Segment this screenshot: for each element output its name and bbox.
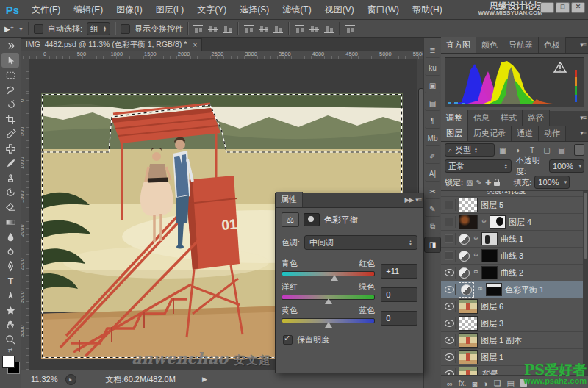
show-transform-checkbox[interactable] bbox=[121, 24, 130, 34]
visibility-toggle[interactable] bbox=[443, 284, 456, 295]
layers-scrollbar[interactable] bbox=[583, 191, 588, 375]
layers-group-tab-2[interactable]: 历史记录 bbox=[468, 126, 512, 141]
visibility-toggle[interactable] bbox=[443, 301, 456, 312]
visibility-toggle[interactable] bbox=[443, 317, 456, 329]
pen-tool[interactable] bbox=[1, 259, 19, 273]
align-bottom-edges-icon[interactable] bbox=[223, 25, 232, 33]
zoom-tool[interactable] bbox=[1, 332, 19, 347]
layer-row-图层 4[interactable]: 8图层 4 bbox=[441, 214, 588, 231]
mask-link-icon[interactable]: 8 bbox=[473, 236, 479, 242]
mini-bridge-icon[interactable]: Mb bbox=[425, 131, 440, 146]
slider-value-field[interactable]: +11 bbox=[381, 264, 417, 279]
pixel-filter-icon[interactable]: ▦ bbox=[498, 146, 508, 154]
clone-source-icon[interactable]: ✂ bbox=[425, 184, 440, 199]
adjustment-layer-icon[interactable] bbox=[459, 234, 470, 245]
smart-filter-icon[interactable]: ▤ bbox=[556, 146, 567, 154]
mask-link-icon[interactable]: 8 bbox=[477, 287, 484, 292]
auto-select-dropdown[interactable]: 组 ▲▼ bbox=[87, 22, 110, 35]
layer-row-曲线 2[interactable]: 8曲线 2 bbox=[441, 265, 588, 281]
align-right-edges-icon[interactable] bbox=[273, 25, 283, 33]
tool-presets-icon[interactable]: ✐ bbox=[425, 148, 440, 164]
layers-group-tab-4[interactable]: 动作 bbox=[539, 126, 566, 141]
layer-row-亮度/对比度[interactable]: 亮度/对比度 bbox=[441, 191, 588, 197]
paragraph-icon[interactable]: ¶ bbox=[425, 113, 440, 129]
menu-item-2[interactable]: 编辑(E) bbox=[67, 0, 110, 19]
distribute-bottom-icon[interactable] bbox=[324, 25, 334, 33]
notes-icon[interactable]: ▤ bbox=[425, 96, 440, 111]
properties-tab[interactable]: 属性 bbox=[276, 192, 303, 207]
healing-brush-tool[interactable] bbox=[1, 141, 19, 156]
layer-thumbnail[interactable] bbox=[459, 316, 478, 331]
lock-transparent-icon[interactable]: ▨ bbox=[466, 179, 473, 187]
foreground-color-swatch[interactable] bbox=[2, 356, 15, 368]
align-top-edges-icon[interactable] bbox=[193, 25, 203, 33]
eraser-tool[interactable] bbox=[1, 200, 19, 215]
menu-item-7[interactable]: 滤镜(T) bbox=[276, 0, 318, 19]
properties-icon[interactable]: ◨ bbox=[424, 237, 441, 253]
lock-all-icon[interactable] bbox=[494, 182, 500, 186]
status-circle-icon[interactable]: ▸ bbox=[65, 374, 76, 385]
menu-item-8[interactable]: 视图(V) bbox=[318, 0, 361, 19]
gradient-tool[interactable] bbox=[1, 215, 19, 229]
adjust-group-tab-4[interactable]: 路径 bbox=[523, 110, 550, 126]
layer-row-色彩平衡 1[interactable]: 8色彩平衡 1 bbox=[441, 281, 588, 298]
collapse-tool[interactable] bbox=[1, 38, 19, 53]
mask-target-icon[interactable] bbox=[304, 213, 320, 226]
slider-thumb[interactable] bbox=[325, 322, 332, 328]
panel-menu-icon[interactable]: ▾≡ bbox=[580, 114, 586, 121]
mask-link-icon[interactable]: 8 bbox=[473, 270, 479, 276]
layer-kind-dropdown[interactable]: ⌕ 类型 ▲▼ bbox=[445, 143, 495, 157]
close-button[interactable]: ✕ bbox=[571, 2, 585, 13]
panel-menu-icon[interactable]: ▾≡ bbox=[580, 41, 586, 48]
history-panel-icon[interactable]: ≣ bbox=[425, 43, 440, 58]
slider-track[interactable] bbox=[282, 318, 375, 323]
mask-link-icon[interactable]: 8 bbox=[473, 253, 479, 259]
zoom-level-field[interactable]: 11.32% bbox=[31, 375, 58, 384]
document-tab[interactable]: IMG_4482.psd @ 11.3% (色彩平衡 1, RGB/8) * × bbox=[21, 38, 202, 51]
adjustment-layer-icon[interactable] bbox=[459, 251, 470, 262]
distribute-vcenter-icon[interactable] bbox=[309, 25, 319, 33]
distribute-horizontal-icon[interactable] bbox=[345, 25, 355, 33]
layer-thumbnail[interactable] bbox=[459, 299, 478, 314]
hand-tool[interactable] bbox=[1, 317, 19, 332]
type-filter-icon[interactable]: T bbox=[527, 146, 537, 154]
layer-row-图层 6[interactable]: 图层 6 bbox=[441, 298, 588, 315]
clone-stamp-tool[interactable] bbox=[1, 170, 19, 185]
new-group-icon[interactable]: ❏ bbox=[494, 378, 501, 388]
layer-thumbnail[interactable] bbox=[459, 350, 478, 364]
auto-select-checkbox[interactable] bbox=[34, 24, 43, 34]
layer-row-曲线 1[interactable]: 8曲线 1 bbox=[441, 231, 588, 248]
type-tool[interactable]: T bbox=[1, 273, 19, 288]
lock-position-icon[interactable]: ✚ bbox=[485, 179, 491, 187]
layers-group-tab-3[interactable]: 通道 bbox=[512, 126, 539, 141]
opacity-field[interactable]: 100% ▼ bbox=[549, 159, 584, 173]
eyedropper-tool[interactable] bbox=[1, 126, 19, 141]
visibility-toggle[interactable] bbox=[443, 334, 456, 346]
new-layer-icon[interactable]: ▤ bbox=[507, 378, 514, 388]
layer-mask-thumbnail[interactable] bbox=[481, 232, 498, 245]
path-select-tool[interactable] bbox=[1, 288, 19, 303]
layer-style-icon[interactable]: fx. bbox=[459, 379, 467, 387]
link-layers-icon[interactable]: ∞ bbox=[447, 379, 453, 388]
tool-preset-caret-icon[interactable]: ▼ bbox=[18, 26, 24, 32]
visibility-toggle[interactable] bbox=[443, 250, 456, 262]
layer-row-曲线 3[interactable]: 8曲线 3 bbox=[441, 248, 588, 265]
adjust-group-tab-2[interactable]: 信息 bbox=[468, 110, 495, 126]
blend-mode-dropdown[interactable]: 正常 ▲▼ bbox=[445, 159, 512, 173]
adjustment-filter-icon[interactable]: ◑ bbox=[512, 146, 523, 154]
adjustment-layer-icon[interactable] bbox=[461, 284, 472, 295]
add-mask-icon[interactable]: ◙ bbox=[472, 379, 477, 388]
panel-collapse-icon[interactable]: ▶▶ ▾≡ bbox=[404, 196, 421, 204]
slider-track[interactable] bbox=[282, 271, 375, 276]
slider-value-field[interactable]: 0 bbox=[381, 311, 417, 326]
fill-field[interactable]: 100% ▼ bbox=[534, 176, 570, 189]
visibility-toggle[interactable] bbox=[443, 351, 456, 363]
menu-item-6[interactable]: 选择(S) bbox=[233, 0, 276, 19]
brush-tool[interactable] bbox=[1, 156, 19, 170]
histogram-group-tab-3[interactable]: 导航器 bbox=[503, 37, 539, 53]
slider-thumb[interactable] bbox=[331, 275, 338, 281]
layer-row-图层 3[interactable]: 图层 3 bbox=[441, 315, 588, 332]
history-brush-tool[interactable] bbox=[1, 185, 19, 200]
shape-filter-icon[interactable]: ▢ bbox=[542, 146, 552, 154]
swap-colors-icon[interactable]: ⇄ bbox=[4, 347, 17, 354]
